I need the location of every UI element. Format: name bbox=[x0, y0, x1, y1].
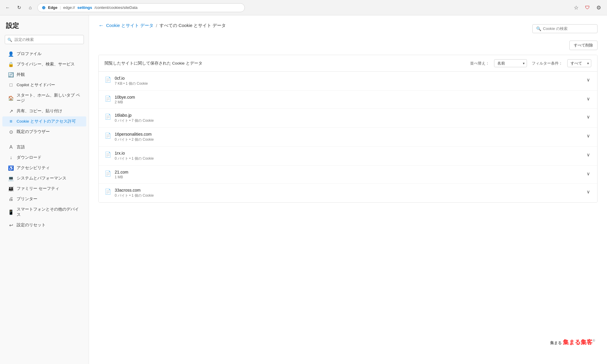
sidebar-item-reset[interactable]: ↩ 設定のリセット bbox=[2, 220, 86, 230]
cookie-search-icon: 🔍 bbox=[536, 26, 541, 31]
url-suffix: /content/cookies/siteData bbox=[95, 5, 138, 10]
site-meta: 0 バイト • 1 個の Cookie bbox=[115, 156, 582, 161]
nav-label-default_browser: 既定のブラウザー bbox=[17, 129, 50, 134]
sidebar-item-privacy[interactable]: 🔒 プライバシー、検索、サービス bbox=[2, 59, 86, 69]
table-row[interactable]: 📄 16labo.jp 0 バイト • 7 個の Cookie ∨ bbox=[99, 109, 597, 128]
nav-label-reset: 設定のリセット bbox=[17, 222, 46, 228]
table-row[interactable]: 📄 16personalities.com 0 バイト • 2 個の Cooki… bbox=[99, 128, 597, 147]
expand-button[interactable]: ∨ bbox=[585, 132, 591, 140]
edge-logo-icon: ⊕ bbox=[42, 5, 46, 10]
breadcrumb-link[interactable]: Cookie とサイト データ bbox=[106, 23, 154, 28]
site-info: 16labo.jp 0 バイト • 7 個の Cookie bbox=[115, 113, 582, 123]
site-name: 10bye.com bbox=[115, 95, 582, 100]
nav-label-startup: スタート、ホーム、新しいタブ ページ bbox=[17, 93, 80, 103]
url-separator: | bbox=[60, 5, 61, 10]
site-meta: 7 KB • 1 個の Cookie bbox=[115, 81, 582, 86]
home-button[interactable]: ⌂ bbox=[26, 4, 34, 12]
table-row[interactable]: 📄 33across.com 0 バイト • 1 個の Cookie ∨ bbox=[99, 184, 597, 202]
file-icon: 📄 bbox=[105, 113, 111, 120]
site-info: 21.com 1 MB bbox=[115, 170, 582, 179]
site-info: 1rx.io 0 バイト • 1 個の Cookie bbox=[115, 151, 582, 161]
nav-items: 👤 プロファイル 🔒 プライバシー、検索、サービス 🔄 外観 □ Copilot… bbox=[0, 49, 89, 230]
expand-button[interactable]: ∨ bbox=[585, 170, 591, 178]
nav-label-cookies: Cookie とサイトのアクセス許可 bbox=[17, 119, 76, 124]
address-bar[interactable]: ⊕ Edge | edge://settings/content/cookies… bbox=[37, 3, 245, 12]
sidebar-title: 設定 bbox=[0, 21, 89, 35]
app-layout: 設定 🔍 👤 プロファイル 🔒 プライバシー、検索、サービス 🔄 外観 □ Co… bbox=[0, 15, 607, 364]
delete-all-button[interactable]: すべて削除 bbox=[569, 41, 598, 50]
nav-divider bbox=[0, 137, 89, 142]
top-bar: すべて削除 bbox=[98, 41, 598, 50]
settings-button[interactable]: ⚙ bbox=[594, 3, 603, 12]
breadcrumb-current: すべての Cookie とサイト データ bbox=[159, 23, 226, 28]
site-name: 16personalities.com bbox=[115, 132, 582, 137]
sidebar-item-profile[interactable]: 👤 プロファイル bbox=[2, 49, 86, 59]
file-icon: 📄 bbox=[105, 95, 111, 102]
sidebar: 設定 🔍 👤 プロファイル 🔒 プライバシー、検索、サービス 🔄 外観 □ Co… bbox=[0, 15, 89, 364]
site-info: 16personalities.com 0 バイト • 2 個の Cookie bbox=[115, 132, 582, 142]
sidebar-item-printer[interactable]: 🖨 プリンター bbox=[2, 194, 86, 204]
table-row[interactable]: 📄 1rx.io 0 バイト • 1 個の Cookie ∨ bbox=[99, 147, 597, 166]
site-name: 0cf.io bbox=[115, 76, 582, 81]
table-row[interactable]: 📄 10bye.com 2 MB ∨ bbox=[99, 91, 597, 109]
table-row[interactable]: 📄 0cf.io 7 KB • 1 個の Cookie ∨ bbox=[99, 72, 597, 91]
sidebar-item-appearance[interactable]: 🔄 外観 bbox=[2, 70, 86, 80]
breadcrumb-separator: / bbox=[156, 23, 157, 28]
filter-select-wrap[interactable]: すべてCookieデータ bbox=[567, 59, 591, 67]
nav-icon-mobile: 📱 bbox=[8, 209, 14, 215]
expand-button[interactable]: ∨ bbox=[585, 151, 591, 159]
sidebar-item-downloads[interactable]: ↓ ダウンロード bbox=[2, 153, 86, 163]
nav-icon-accessibility: ♿ bbox=[8, 165, 14, 171]
file-icon: 📄 bbox=[105, 132, 111, 139]
nav-label-language: 言語 bbox=[17, 145, 25, 150]
nav-icon-startup: 🏠 bbox=[8, 95, 14, 101]
nav-label-appearance: 外観 bbox=[17, 72, 25, 77]
extensions-button[interactable]: 🛡 bbox=[583, 3, 592, 12]
nav-icon-printer: 🖨 bbox=[8, 196, 14, 202]
back-button[interactable]: ← bbox=[4, 4, 12, 12]
nav-label-privacy: プライバシー、検索、サービス bbox=[17, 62, 75, 67]
toolbar-right: ☆ 🛡 ⚙ bbox=[571, 3, 603, 12]
site-name: 16labo.jp bbox=[115, 113, 582, 118]
table-row[interactable]: 📄 21.com 1 MB ∨ bbox=[99, 166, 597, 184]
sidebar-item-default_browser[interactable]: ⊙ 既定のブラウザー bbox=[2, 127, 86, 137]
cookie-search-input[interactable] bbox=[543, 26, 594, 31]
browser-label: Edge bbox=[48, 5, 57, 10]
filter-select[interactable]: すべてCookieデータ bbox=[567, 59, 591, 67]
sidebar-item-system[interactable]: 💻 システムとパフォーマンス bbox=[2, 173, 86, 183]
site-name: 33across.com bbox=[115, 188, 582, 193]
site-name: 21.com bbox=[115, 170, 582, 174]
site-meta: 2 MB bbox=[115, 100, 582, 104]
expand-button[interactable]: ∨ bbox=[585, 95, 591, 103]
nav-icon-profile: 👤 bbox=[8, 51, 14, 57]
favorites-button[interactable]: ☆ bbox=[571, 3, 581, 12]
expand-button[interactable]: ∨ bbox=[585, 188, 591, 196]
sidebar-search-input[interactable] bbox=[5, 35, 84, 44]
sort-select-wrap[interactable]: 名前サイズCookie の数 bbox=[494, 59, 527, 67]
site-info: 33across.com 0 バイト • 1 個の Cookie bbox=[115, 188, 582, 198]
sidebar-item-language[interactable]: A 言語 bbox=[2, 142, 86, 152]
sidebar-search-icon: 🔍 bbox=[7, 37, 12, 42]
sidebar-item-cookies[interactable]: ≡ Cookie とサイトのアクセス許可 bbox=[2, 116, 86, 126]
sidebar-item-accessibility[interactable]: ♿ アクセシビリティ bbox=[2, 163, 86, 173]
site-meta: 0 バイト • 7 個の Cookie bbox=[115, 118, 582, 123]
sidebar-item-mobile[interactable]: 📱 スマートフォンとその他のデバイス bbox=[2, 204, 86, 220]
nav-icon-language: A bbox=[8, 145, 14, 150]
sidebar-item-family[interactable]: 👨‍👩‍👧 ファミリー セーフティ bbox=[2, 184, 86, 194]
filter-label: フィルター条件： bbox=[532, 61, 563, 66]
expand-button[interactable]: ∨ bbox=[585, 113, 591, 121]
nav-label-share: 共有、コピー、貼り付け bbox=[17, 108, 62, 114]
nav-label-downloads: ダウンロード bbox=[17, 155, 41, 160]
sidebar-item-copilot[interactable]: □ Copilot とサイドバー bbox=[2, 80, 86, 90]
expand-button[interactable]: ∨ bbox=[585, 76, 591, 84]
sort-select[interactable]: 名前サイズCookie の数 bbox=[494, 59, 527, 67]
breadcrumb-back-button[interactable]: ← bbox=[98, 23, 104, 29]
sidebar-item-share[interactable]: ↗ 共有、コピー、貼り付け bbox=[2, 106, 86, 116]
sidebar-item-startup[interactable]: 🏠 スタート、ホーム、新しいタブ ページ bbox=[2, 90, 86, 106]
nav-icon-reset: ↩ bbox=[8, 222, 14, 228]
refresh-button[interactable]: ↻ bbox=[15, 4, 23, 12]
url-prefix: edge:// bbox=[63, 5, 75, 10]
file-icon: 📄 bbox=[105, 76, 111, 83]
cookie-search-bar[interactable]: 🔍 bbox=[532, 24, 598, 33]
nav-icon-default_browser: ⊙ bbox=[8, 129, 14, 134]
